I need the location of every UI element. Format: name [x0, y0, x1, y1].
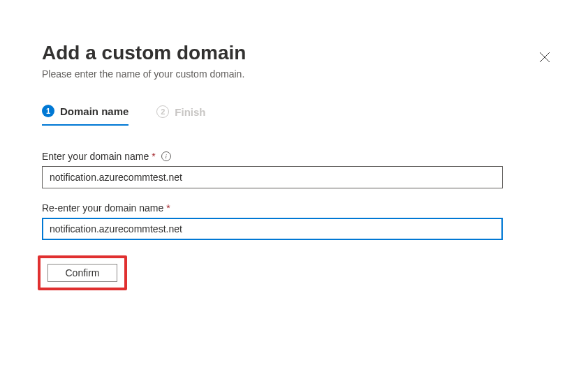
step-finish: 2 Finish — [156, 105, 205, 126]
domain-name-input[interactable] — [42, 166, 503, 188]
field-label-confirm-domain: Re-enter your domain name * — [42, 202, 546, 214]
form-group-confirm-domain: Re-enter your domain name * — [42, 202, 546, 240]
field-label-domain: Enter your domain name * i — [42, 151, 546, 162]
label-text: Re-enter your domain name — [42, 202, 163, 214]
wizard-steps: 1 Domain name 2 Finish — [42, 105, 546, 126]
step-number-badge: 2 — [156, 105, 169, 118]
step-domain-name[interactable]: 1 Domain name — [42, 105, 128, 126]
step-number-badge: 1 — [42, 105, 54, 117]
step-label: Domain name — [60, 105, 128, 117]
confirm-button[interactable]: Confirm — [47, 264, 117, 282]
page-subtitle: Please enter the name of your custom dom… — [42, 68, 546, 80]
required-indicator: * — [166, 202, 170, 214]
confirm-domain-name-input[interactable] — [42, 218, 503, 240]
highlight-annotation: Confirm — [38, 255, 127, 290]
page-title: Add a custom domain — [42, 42, 546, 64]
required-indicator: * — [152, 151, 155, 162]
form-group-domain: Enter your domain name * i — [42, 151, 546, 188]
close-button[interactable] — [536, 49, 553, 66]
label-text: Enter your domain name — [42, 151, 149, 162]
step-label: Finish — [175, 106, 205, 118]
info-icon[interactable]: i — [161, 151, 171, 161]
close-icon — [539, 52, 550, 63]
